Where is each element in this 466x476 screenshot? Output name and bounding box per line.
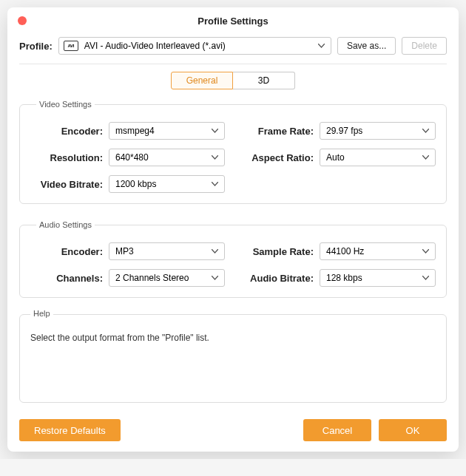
ok-button[interactable]: OK <box>379 419 447 441</box>
restore-defaults-button[interactable]: Restore Defaults <box>19 419 121 441</box>
sample-rate-select[interactable]: 44100 Hz <box>320 242 436 260</box>
video-encoder-label: Encoder: <box>30 126 103 137</box>
help-text: Select the output format from the "Profi… <box>30 333 436 343</box>
profile-settings-window: Profile Settings Profile: AVI AVI - Audi… <box>7 7 459 452</box>
sample-rate-label: Sample Rate: <box>241 246 314 257</box>
audio-encoder-label: Encoder: <box>30 246 103 257</box>
help-legend: Help <box>30 309 53 318</box>
close-window-button[interactable] <box>18 16 27 25</box>
delete-button: Delete <box>402 37 447 55</box>
profile-row: Profile: AVI AVI - Audio-Video Interleav… <box>19 34 447 64</box>
chevron-down-icon <box>212 155 218 160</box>
chevron-down-icon <box>212 249 218 254</box>
tab-general[interactable]: General <box>171 72 233 89</box>
divider <box>19 64 447 64</box>
channels-select[interactable]: 2 Channels Stereo <box>109 269 225 287</box>
chevron-down-icon <box>212 276 218 280</box>
aspect-ratio-select[interactable]: Auto <box>320 149 436 166</box>
frame-rate-label: Frame Rate: <box>241 126 314 137</box>
video-settings-group: Video Settings Encoder: msmpeg4 Frame Ra… <box>19 100 447 204</box>
avi-format-icon: AVI <box>64 41 78 51</box>
video-encoder-select[interactable]: msmpeg4 <box>109 122 225 140</box>
cancel-button[interactable]: Cancel <box>303 419 371 441</box>
chevron-down-icon <box>422 129 429 133</box>
footer: Restore Defaults Cancel OK <box>7 419 459 441</box>
help-group: Help Select the output format from the "… <box>19 314 447 403</box>
channels-label: Channels: <box>30 273 103 284</box>
audio-encoder-select[interactable]: MP3 <box>109 242 225 260</box>
tabs: General 3D <box>19 72 447 89</box>
video-settings-legend: Video Settings <box>36 100 95 109</box>
frame-rate-select[interactable]: 29.97 fps <box>320 122 436 140</box>
resolution-select[interactable]: 640*480 <box>109 149 225 166</box>
audio-settings-group: Audio Settings Encoder: MP3 Sample Rate:… <box>19 220 447 298</box>
chevron-down-icon <box>212 129 218 133</box>
chevron-down-icon <box>422 249 429 254</box>
profile-value: AVI - Audio-Video Interleaved (*.avi) <box>84 41 226 51</box>
video-bitrate-select[interactable]: 1200 kbps <box>109 175 225 193</box>
chevron-down-icon <box>422 155 429 160</box>
window-title: Profile Settings <box>7 16 459 27</box>
window-controls <box>18 16 27 25</box>
titlebar: Profile Settings <box>7 7 459 34</box>
chevron-down-icon <box>422 276 429 280</box>
profile-select[interactable]: AVI AVI - Audio-Video Interleaved (*.avi… <box>58 37 331 55</box>
audio-bitrate-select[interactable]: 128 kbps <box>320 269 436 287</box>
video-bitrate-label: Video Bitrate: <box>30 179 103 190</box>
save-as-button[interactable]: Save as... <box>337 37 396 55</box>
chevron-down-icon <box>318 44 325 48</box>
tab-3d[interactable]: 3D <box>233 72 295 89</box>
aspect-ratio-label: Aspect Ratio: <box>241 152 314 163</box>
audio-bitrate-label: Audio Bitrate: <box>241 273 314 284</box>
audio-settings-legend: Audio Settings <box>36 220 95 229</box>
chevron-down-icon <box>212 182 218 186</box>
resolution-label: Resolution: <box>30 152 103 163</box>
profile-label: Profile: <box>19 41 53 52</box>
